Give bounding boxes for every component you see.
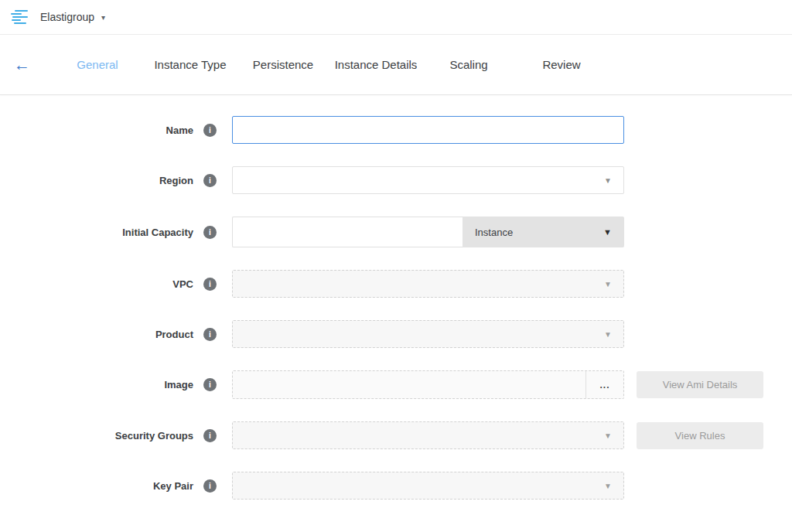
region-select[interactable]: ▼ [232,166,624,194]
app-switcher-caret-icon[interactable]: ▾ [101,12,105,22]
chevron-down-icon: ▼ [604,431,612,440]
app-name: Elastigroup [40,11,94,23]
key-pair-select: ▼ [232,472,624,500]
general-form: Name i Region i ▼ Initial Capacity i Ins… [0,95,792,500]
name-input[interactable] [232,116,624,144]
initial-capacity-info-icon[interactable]: i [203,226,217,239]
key-pair-label: Key Pair [0,480,193,492]
form-row-security-groups: Security Groups i ▼ View Rules [0,421,792,449]
capacity-unit-select[interactable]: Instance ▼ [463,217,624,247]
form-row-vpc: VPC i ▼ [0,270,792,298]
form-row-key-pair: Key Pair i ▼ [0,472,792,500]
elastigroup-logo-icon [11,10,30,25]
security-groups-select: ▼ [232,421,624,449]
initial-capacity-label: Initial Capacity [0,227,193,238]
chevron-down-icon: ▼ [604,280,612,288]
chevron-down-icon: ▼ [604,330,612,339]
security-groups-info-icon[interactable]: i [203,429,217,442]
image-info-icon[interactable]: i [203,378,217,391]
product-info-icon[interactable]: i [203,328,217,341]
back-arrow-icon[interactable]: ← [14,56,51,73]
view-ami-details-button[interactable]: View Ami Details [637,371,763,398]
name-label: Name [0,124,193,136]
view-rules-button[interactable]: View Rules [637,422,763,449]
region-label: Region [0,175,193,186]
tab-instance-details[interactable]: Instance Details [329,58,422,71]
initial-capacity-input[interactable] [232,217,463,247]
tab-persistence[interactable]: Persistence [237,58,329,71]
key-pair-info-icon[interactable]: i [203,479,217,493]
chevron-down-icon: ▼ [603,227,612,237]
chevron-down-icon: ▼ [604,482,612,490]
region-info-icon[interactable]: i [203,174,217,187]
form-row-name: Name i [0,116,792,144]
image-label: Image [0,379,193,390]
name-info-icon[interactable]: i [203,124,217,137]
vpc-label: VPC [0,278,193,290]
vpc-select: ▼ [232,270,624,298]
tab-general[interactable]: General [51,58,144,71]
wizard-tabbar: ← General Instance Type Persistence Inst… [0,35,792,95]
product-label: Product [0,329,193,340]
form-row-region: Region i ▼ [0,166,792,194]
form-row-image: Image i ... View Ami Details [0,370,792,399]
image-field: ... [232,370,624,399]
vpc-info-icon[interactable]: i [203,278,217,291]
security-groups-label: Security Groups [0,430,193,442]
form-row-initial-capacity: Initial Capacity i Instance ▼ [0,217,792,247]
topbar: Elastigroup ▾ [0,0,792,35]
tab-scaling[interactable]: Scaling [422,58,515,71]
product-select: ▼ [232,320,624,348]
tab-instance-type[interactable]: Instance Type [144,58,237,71]
capacity-unit-value: Instance [475,227,513,238]
tab-review[interactable]: Review [515,58,608,71]
image-browse-button[interactable]: ... [585,371,623,398]
chevron-down-icon: ▼ [604,176,612,185]
image-input [233,371,585,398]
form-row-product: Product i ▼ [0,320,792,348]
